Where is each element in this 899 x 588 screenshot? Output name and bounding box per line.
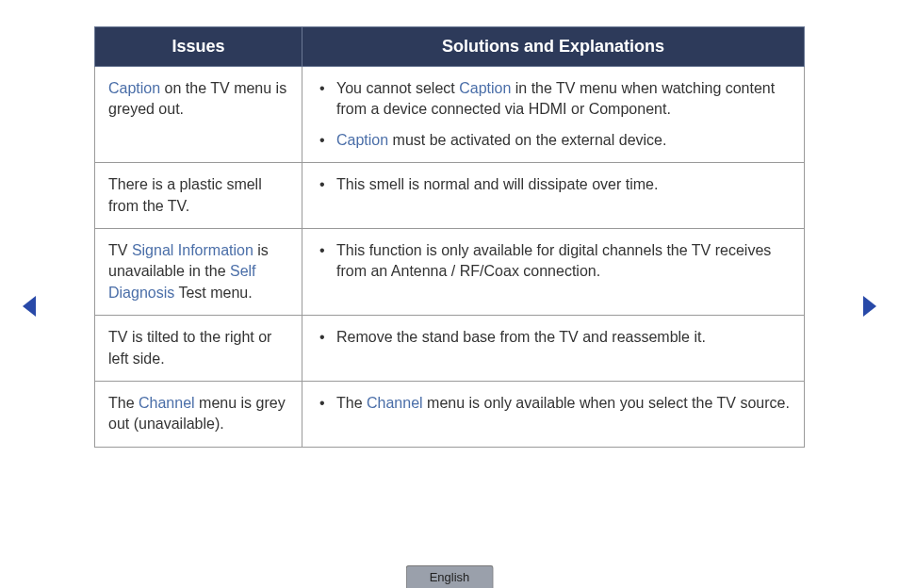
solution-item: You cannot select Caption in the TV menu… (316, 78, 791, 121)
issue-cell: TV is tilted to the right or left side. (95, 316, 302, 382)
solution-item: This smell is normal and will dissipate … (316, 174, 791, 195)
troubleshooting-table-container: Issues Solutions and Explanations Captio… (94, 26, 805, 448)
header-issues: Issues (95, 27, 302, 67)
solution-item: The Channel menu is only available when … (316, 393, 791, 414)
table-row: There is a plastic smell from the TV.Thi… (95, 163, 805, 229)
solution-item: Caption must be activated on the externa… (316, 130, 791, 151)
solution-item: Remove the stand base from the TV and re… (316, 327, 791, 348)
solution-cell: The Channel menu is only available when … (302, 381, 805, 447)
header-solutions: Solutions and Explanations (302, 27, 805, 67)
table-row: The Channel menu is grey out (unavailabl… (95, 381, 805, 447)
issue-cell: The Channel menu is grey out (unavailabl… (95, 381, 302, 447)
issue-cell: There is a plastic smell from the TV. (95, 163, 302, 229)
nav-next-icon[interactable] (863, 296, 876, 317)
issue-cell: Caption on the TV menu is greyed out. (95, 67, 302, 163)
table-row: TV Signal Information is unavailable in … (95, 228, 805, 315)
nav-previous-icon[interactable] (23, 296, 36, 317)
table-row: TV is tilted to the right or left side.R… (95, 316, 805, 382)
solution-cell: This function is only available for digi… (302, 228, 805, 315)
solution-cell: This smell is normal and will dissipate … (302, 163, 805, 229)
language-tab[interactable]: English (406, 565, 494, 588)
table-row: Caption on the TV menu is greyed out.You… (95, 67, 805, 163)
solution-cell: You cannot select Caption in the TV menu… (302, 67, 805, 163)
troubleshooting-table: Issues Solutions and Explanations Captio… (94, 26, 805, 448)
issue-cell: TV Signal Information is unavailable in … (95, 228, 302, 315)
solution-cell: Remove the stand base from the TV and re… (302, 316, 805, 382)
solution-item: This function is only available for digi… (316, 240, 791, 283)
